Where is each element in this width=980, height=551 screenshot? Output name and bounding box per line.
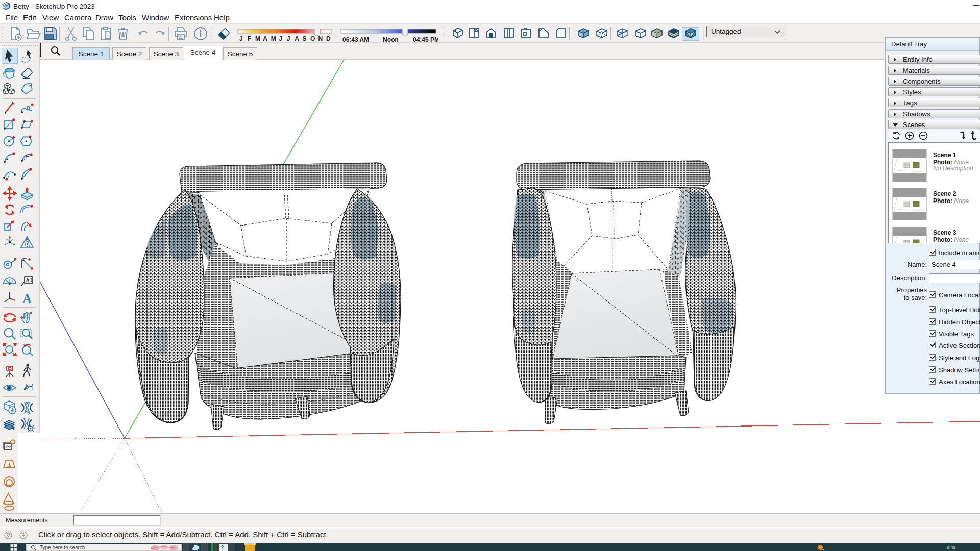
- svg-text:M: M: [271, 35, 276, 42]
- svg-text:N: N: [318, 35, 323, 42]
- svg-text:M: M: [255, 35, 260, 42]
- svg-text:J: J: [279, 35, 282, 42]
- svg-text:F: F: [247, 35, 251, 42]
- svg-text:A: A: [295, 35, 299, 42]
- svg-text:J: J: [287, 35, 290, 42]
- svg-text:04:45 PM: 04:45 PM: [413, 36, 438, 43]
- svg-text:J: J: [239, 35, 243, 42]
- svg-text:A1: A1: [26, 278, 33, 283]
- svg-text:06:43 AM: 06:43 AM: [342, 36, 369, 43]
- svg-text:D: D: [326, 35, 331, 42]
- svg-text:S: S: [303, 35, 307, 42]
- svg-text:A: A: [263, 35, 267, 42]
- svg-text:Noon: Noon: [383, 36, 399, 43]
- svg-text:A: A: [22, 292, 32, 306]
- svg-text:O: O: [310, 35, 315, 42]
